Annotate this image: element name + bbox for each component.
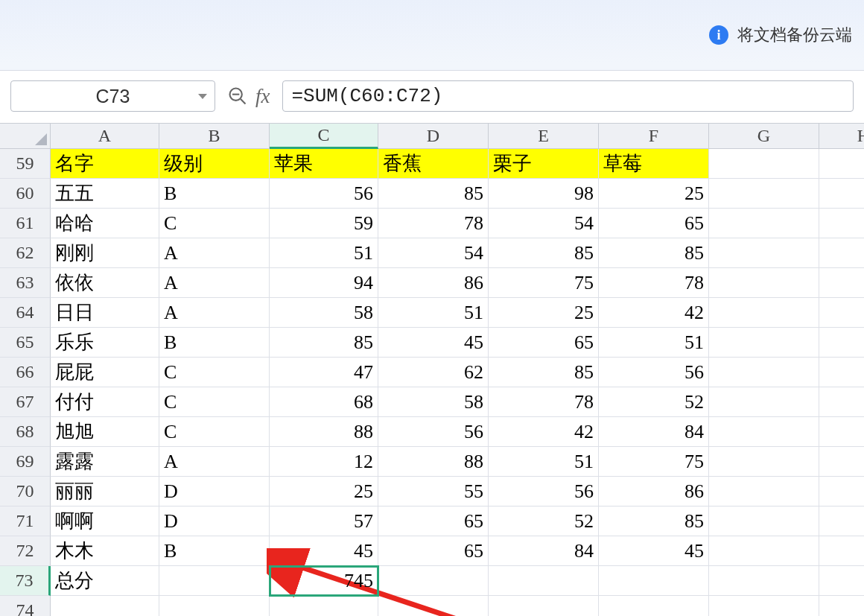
cell[interactable] — [709, 358, 819, 387]
cell[interactable] — [378, 596, 489, 616]
cell[interactable] — [709, 507, 819, 536]
cell[interactable] — [819, 268, 864, 298]
cell-apple[interactable]: 59 — [270, 209, 378, 238]
cell-apple[interactable]: 51 — [270, 238, 378, 268]
cell[interactable] — [709, 477, 819, 507]
row-header-62[interactable]: 62 — [0, 238, 51, 268]
cell-chestnut[interactable]: 98 — [489, 179, 599, 209]
cell[interactable] — [709, 566, 819, 596]
cell[interactable] — [709, 298, 819, 328]
cell-strawberry[interactable]: 52 — [599, 387, 709, 417]
cell-banana[interactable]: 78 — [378, 209, 489, 238]
cell-strawberry[interactable]: 86 — [599, 477, 709, 507]
cell[interactable] — [819, 596, 864, 616]
cell[interactable] — [819, 209, 864, 238]
cell-apple[interactable]: 94 — [270, 268, 378, 298]
cell-strawberry[interactable]: 75 — [599, 447, 709, 477]
cell[interactable] — [819, 387, 864, 417]
cell[interactable] — [709, 328, 819, 358]
cell-name[interactable]: 露露 — [51, 447, 159, 477]
cell-strawberry[interactable]: 45 — [599, 536, 709, 566]
column-header-E[interactable]: E — [489, 124, 599, 149]
cell-name[interactable]: 哈哈 — [51, 209, 159, 238]
cell[interactable] — [819, 358, 864, 387]
cell-level[interactable]: A — [159, 238, 270, 268]
cell-level[interactable]: D — [159, 507, 270, 536]
select-all-corner[interactable] — [0, 124, 51, 149]
row-header-66[interactable]: 66 — [0, 358, 51, 387]
cell-apple[interactable]: 88 — [270, 417, 378, 447]
cell-name[interactable]: 依依 — [51, 268, 159, 298]
cell-apple[interactable]: 25 — [270, 477, 378, 507]
cell[interactable] — [709, 209, 819, 238]
cell[interactable] — [709, 387, 819, 417]
cell[interactable] — [709, 149, 819, 179]
cell-level[interactable]: A — [159, 268, 270, 298]
cell-name[interactable]: 丽丽 — [51, 477, 159, 507]
cell[interactable] — [819, 566, 864, 596]
cell-name[interactable]: 五五 — [51, 179, 159, 209]
row-header-65[interactable]: 65 — [0, 328, 51, 358]
cell-banana[interactable]: 62 — [378, 358, 489, 387]
cell-chestnut[interactable]: 78 — [489, 387, 599, 417]
cell[interactable] — [159, 596, 270, 616]
cell-strawberry[interactable]: 85 — [599, 238, 709, 268]
cell-strawberry[interactable]: 42 — [599, 298, 709, 328]
cell-apple[interactable]: 45 — [270, 536, 378, 566]
formula-input[interactable]: =SUM(C60:C72) — [282, 80, 854, 112]
column-header-G[interactable]: G — [709, 124, 819, 149]
row-header-69[interactable]: 69 — [0, 447, 51, 477]
cell-chestnut[interactable]: 25 — [489, 298, 599, 328]
cell-chestnut[interactable]: 54 — [489, 209, 599, 238]
cell-apple[interactable]: 85 — [270, 328, 378, 358]
cell-chestnut[interactable]: 51 — [489, 447, 599, 477]
cell[interactable] — [819, 507, 864, 536]
cell-level[interactable]: C — [159, 387, 270, 417]
row-header-64[interactable]: 64 — [0, 298, 51, 328]
column-header-H[interactable]: H — [819, 124, 864, 149]
cell-chestnut[interactable]: 84 — [489, 536, 599, 566]
cell-banana[interactable]: 58 — [378, 387, 489, 417]
cell-banana[interactable]: 86 — [378, 268, 489, 298]
cell-strawberry[interactable]: 65 — [599, 209, 709, 238]
column-header-B[interactable]: B — [159, 124, 270, 149]
cell-strawberry[interactable]: 84 — [599, 417, 709, 447]
cell-level[interactable]: C — [159, 209, 270, 238]
cell-strawberry[interactable]: 25 — [599, 179, 709, 209]
cell-chestnut[interactable]: 56 — [489, 477, 599, 507]
cell-name[interactable]: 乐乐 — [51, 328, 159, 358]
cell[interactable] — [819, 149, 864, 179]
row-header-61[interactable]: 61 — [0, 209, 51, 238]
cell-name[interactable]: 付付 — [51, 387, 159, 417]
cell-level[interactable]: A — [159, 298, 270, 328]
cell[interactable] — [489, 596, 599, 616]
cell-chestnut[interactable]: 52 — [489, 507, 599, 536]
cell[interactable] — [819, 477, 864, 507]
cell[interactable] — [709, 268, 819, 298]
cell-banana[interactable]: 85 — [378, 179, 489, 209]
column-header-C[interactable]: C — [270, 124, 378, 149]
cell-banana[interactable]: 55 — [378, 477, 489, 507]
cell-strawberry[interactable]: 85 — [599, 507, 709, 536]
row-header-68[interactable]: 68 — [0, 417, 51, 447]
cell-banana[interactable]: 51 — [378, 298, 489, 328]
cell[interactable] — [819, 179, 864, 209]
cell[interactable] — [599, 596, 709, 616]
row-header-63[interactable]: 63 — [0, 268, 51, 298]
cell-chestnut[interactable]: 85 — [489, 238, 599, 268]
row-header-59[interactable]: 59 — [0, 149, 51, 179]
row-header-70[interactable]: 70 — [0, 477, 51, 507]
cell[interactable] — [709, 596, 819, 616]
cell[interactable] — [159, 566, 270, 596]
cell-total-label[interactable]: 总分 — [51, 566, 159, 596]
cell-total-value[interactable]: 745 — [270, 566, 378, 596]
cell[interactable] — [709, 417, 819, 447]
cell[interactable] — [489, 566, 599, 596]
grid-body[interactable]: 名字级别苹果香蕉栗子草莓五五B56859825哈哈C59785465刚刚A515… — [51, 149, 864, 616]
cell-apple[interactable]: 57 — [270, 507, 378, 536]
cell-apple[interactable]: 58 — [270, 298, 378, 328]
cell-chestnut[interactable]: 42 — [489, 417, 599, 447]
fx-icon[interactable]: fx — [255, 85, 270, 108]
column-header-D[interactable]: D — [378, 124, 489, 149]
cell-chestnut[interactable]: 65 — [489, 328, 599, 358]
